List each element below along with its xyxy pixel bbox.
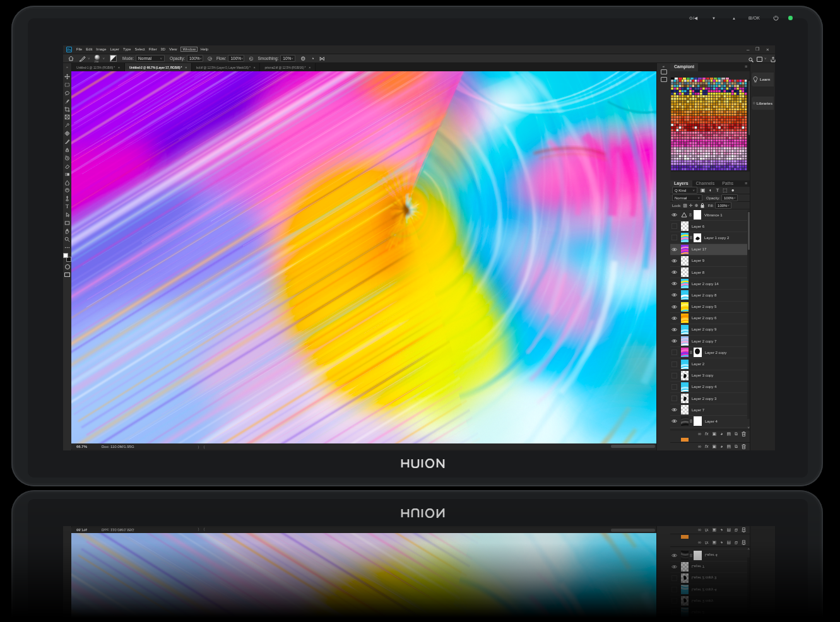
svg-text:T: T: [66, 204, 69, 210]
